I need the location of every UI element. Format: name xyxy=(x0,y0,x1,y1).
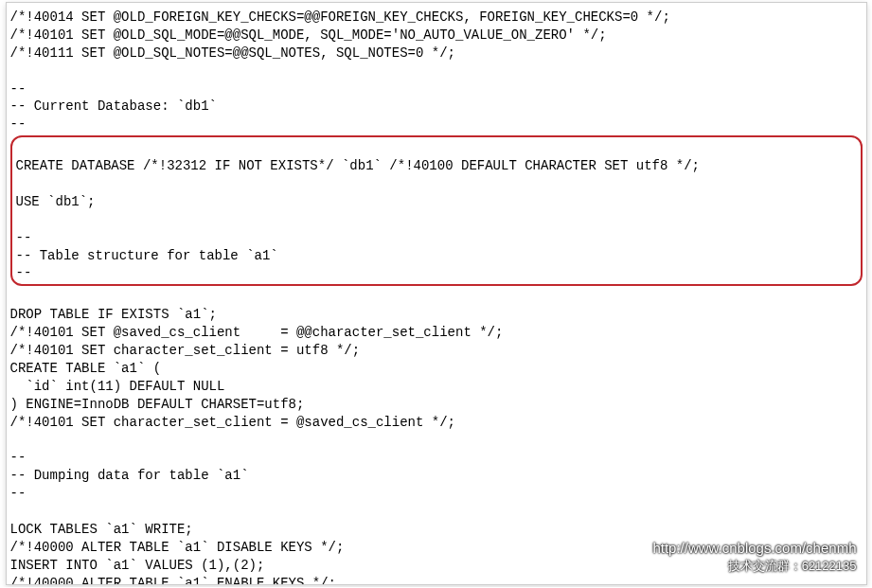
code-line: /*!40101 SET character_set_client = utf8… xyxy=(10,342,863,360)
code-line: /*!40014 SET @OLD_FOREIGN_KEY_CHECKS=@@F… xyxy=(10,9,863,27)
code-line xyxy=(10,431,863,449)
code-line: -- xyxy=(10,485,863,503)
code-line xyxy=(10,503,863,521)
code-line xyxy=(10,62,863,80)
code-line: /*!40000 ALTER TABLE `a1` ENABLE KEYS */… xyxy=(10,575,863,585)
code-document: /*!40014 SET @OLD_FOREIGN_KEY_CHECKS=@@F… xyxy=(6,2,867,585)
code-line: ) ENGINE=InnoDB DEFAULT CHARSET=utf8; xyxy=(10,396,863,414)
code-line xyxy=(16,139,857,157)
highlight-box: CREATE DATABASE /*!32312 IF NOT EXISTS*/… xyxy=(10,135,863,286)
code-line: INSERT INTO `a1` VALUES (1),(2); xyxy=(10,557,863,575)
code-line: CREATE DATABASE /*!32312 IF NOT EXISTS*/… xyxy=(16,157,857,175)
code-line: -- xyxy=(10,116,863,134)
code-line: CREATE TABLE `a1` ( xyxy=(10,360,863,378)
code-line: /*!40101 SET @OLD_SQL_MODE=@@SQL_MODE, S… xyxy=(10,27,863,45)
code-line xyxy=(16,175,857,193)
code-line xyxy=(16,211,857,229)
code-line: -- xyxy=(10,449,863,467)
code-line: /*!40101 SET character_set_client = @sav… xyxy=(10,414,863,432)
code-line: USE `db1`; xyxy=(16,193,857,211)
code-line: `id` int(11) DEFAULT NULL xyxy=(10,378,863,396)
code-block-top: /*!40014 SET @OLD_FOREIGN_KEY_CHECKS=@@F… xyxy=(10,9,863,134)
code-line: -- Current Database: `db1` xyxy=(10,98,863,116)
code-line: -- Dumping data for table `a1` xyxy=(10,467,863,485)
code-line xyxy=(10,288,863,306)
code-line: /*!40111 SET @OLD_SQL_NOTES=@@SQL_NOTES,… xyxy=(10,45,863,62)
code-line: DROP TABLE IF EXISTS `a1`; xyxy=(10,306,863,324)
code-line: /*!40000 ALTER TABLE `a1` DISABLE KEYS *… xyxy=(10,539,863,557)
code-line: -- Table structure for table `a1` xyxy=(16,247,857,265)
code-line: -- xyxy=(16,229,857,247)
code-line: /*!40101 SET @saved_cs_client = @@charac… xyxy=(10,324,863,342)
code-line: -- xyxy=(10,80,863,98)
code-line: -- xyxy=(16,264,857,282)
code-line: LOCK TABLES `a1` WRITE; xyxy=(10,521,863,539)
code-block-bottom: DROP TABLE IF EXISTS `a1`; /*!40101 SET … xyxy=(10,288,863,585)
